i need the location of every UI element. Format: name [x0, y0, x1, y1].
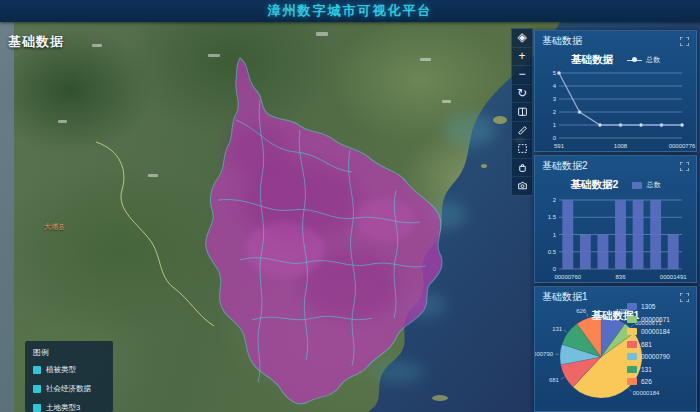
chart-title: 基础数据2	[571, 178, 619, 192]
map-legend-item[interactable]: 植被类型	[33, 365, 113, 375]
legend-item-label: 社会经济数据	[46, 384, 91, 394]
pie-chart: 1305000006710000018468100000790131626	[535, 287, 697, 412]
map-toolbar: ◈+−↻	[511, 28, 533, 196]
svg-text:1: 1	[553, 232, 557, 238]
expand-icon[interactable]	[680, 162, 689, 171]
svg-text:1.5: 1.5	[548, 214, 557, 220]
legend-item-label: 植被类型	[46, 365, 76, 375]
chart-legend[interactable]: 总数	[627, 55, 660, 65]
panel-basic-data-2: 基础数据2 基础数据2 总数 00.511.520000076083600001…	[534, 155, 697, 283]
svg-text:1008: 1008	[614, 143, 628, 149]
pie-legend-label: 626	[641, 378, 652, 385]
map-legend-panel: 图例 植被类型社会经济数据土地类型3	[25, 341, 113, 412]
pie-legend-item[interactable]: 1305	[627, 303, 670, 310]
svg-text:00000776: 00000776	[669, 143, 696, 149]
reset-north-icon[interactable]: ↻	[512, 85, 532, 104]
expand-icon[interactable]	[680, 37, 689, 46]
svg-text:681: 681	[549, 377, 560, 383]
pie-legend-swatch	[627, 366, 637, 373]
pie-legend: 1305000006710000018468100000790131626	[627, 303, 670, 391]
pie-legend-swatch	[627, 341, 637, 348]
pie-legend-item[interactable]: 681	[627, 341, 670, 348]
pie-legend-swatch	[627, 378, 637, 385]
pie-legend-swatch	[627, 353, 637, 360]
pie-legend-item[interactable]: 131	[627, 366, 670, 373]
province-boundary	[96, 142, 214, 326]
pie-legend-label: 1305	[641, 303, 655, 310]
clear-icon[interactable]	[512, 159, 532, 178]
pie-legend-label: 00000671	[641, 316, 670, 323]
pie-legend-swatch	[627, 328, 637, 335]
layers-home-icon[interactable]: ◈	[512, 29, 532, 48]
pie-legend-item[interactable]: 00000184	[627, 328, 670, 335]
zoom-out-icon[interactable]: −	[512, 66, 532, 85]
svg-text:00001491: 00001491	[660, 274, 687, 280]
map-legend-item[interactable]: 土地类型3	[33, 403, 113, 412]
bar-chart: 00.511.520000076083600001491	[535, 194, 697, 282]
measure-area-icon[interactable]	[512, 140, 532, 159]
panel-title: 基础数据2	[542, 159, 588, 173]
svg-text:4: 4	[553, 83, 557, 89]
line-chart: 012345591100800000776	[535, 67, 697, 151]
svg-text:00000184: 00000184	[633, 390, 660, 396]
pie-legend-item[interactable]: 00000671	[627, 316, 670, 323]
pie-legend-item[interactable]: 00000790	[627, 353, 670, 360]
svg-text:2: 2	[553, 109, 557, 115]
pie-legend-label: 00000184	[641, 328, 670, 335]
legend-swatch	[33, 385, 41, 393]
pie-legend-swatch	[627, 303, 637, 310]
svg-text:131: 131	[552, 326, 563, 332]
svg-text:1: 1	[553, 122, 557, 128]
panel-basic-data: 基础数据 基础数据 总数 012345591100800000776	[534, 30, 697, 152]
pie-legend-label: 681	[641, 341, 652, 348]
map-legend-item[interactable]: 社会经济数据	[33, 384, 113, 394]
split-screen-icon[interactable]	[512, 103, 532, 122]
pie-legend-swatch	[627, 316, 637, 323]
zoom-in-icon[interactable]: +	[512, 48, 532, 67]
legend-label: 总数	[646, 55, 660, 65]
map-place-label: 大埔县	[44, 222, 65, 232]
svg-text:0: 0	[553, 266, 557, 272]
panel-basic-data-1: 基础数据1 1305000006710000018468100000790131…	[534, 286, 697, 412]
svg-text:2: 2	[553, 197, 557, 203]
svg-text:591: 591	[554, 143, 565, 149]
pie-legend-label: 131	[641, 366, 652, 373]
svg-text:836: 836	[615, 274, 626, 280]
map-legend-title: 图例	[33, 347, 113, 358]
legend-swatch	[33, 404, 41, 412]
legend-label: 总数	[646, 180, 660, 190]
measure-distance-icon[interactable]	[512, 122, 532, 141]
chart-legend[interactable]: 总数	[632, 180, 660, 190]
panel-title: 基础数据	[542, 34, 582, 48]
app: 基础数据 大埔县 图例 植被类型社会经济数据土地类型3 ◈+−↻ 漳州数字城市可…	[0, 0, 700, 412]
svg-text:00000790: 00000790	[535, 351, 554, 357]
map-legend-list: 植被类型社会经济数据土地类型3	[33, 365, 113, 412]
svg-text:00000760: 00000760	[554, 274, 581, 280]
svg-text:0: 0	[553, 135, 557, 141]
svg-text:0.5: 0.5	[548, 249, 557, 255]
app-title: 漳州数字城市可视化平台	[0, 0, 700, 22]
svg-text:3: 3	[553, 96, 557, 102]
svg-text:5: 5	[553, 70, 557, 76]
snapshot-icon[interactable]	[512, 177, 532, 195]
header-bar: 漳州数字城市可视化平台	[0, 0, 700, 22]
legend-bar-marker	[632, 182, 642, 189]
legend-line-marker	[627, 60, 642, 61]
pie-legend-label: 00000790	[641, 353, 670, 360]
pie-legend-item[interactable]: 626	[627, 378, 670, 385]
layer-title: 基础数据	[8, 33, 64, 51]
chart-title: 基础数据	[571, 53, 613, 67]
legend-item-label: 土地类型3	[46, 403, 80, 412]
legend-swatch	[33, 366, 41, 374]
